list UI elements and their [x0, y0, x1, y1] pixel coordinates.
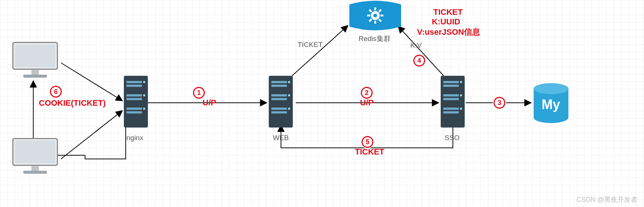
redis-info-1: TICKET	[433, 7, 462, 17]
redis-info-3: V:userJSON信息	[417, 27, 480, 38]
svg-line-0	[61, 63, 122, 101]
badge-4: 4	[413, 55, 425, 67]
badge-6: 6	[50, 86, 62, 98]
svg-rect-40	[443, 108, 459, 110]
svg-rect-19	[126, 98, 142, 100]
nginx-server-icon	[122, 76, 150, 133]
badge-2: 2	[361, 87, 373, 99]
svg-point-33	[288, 94, 290, 96]
svg-rect-29	[271, 98, 287, 100]
svg-point-22	[143, 81, 145, 83]
svg-rect-26	[271, 81, 287, 83]
svg-rect-10	[23, 75, 47, 78]
svg-rect-9	[31, 69, 39, 75]
ticket-redis-label: TICKET	[298, 41, 323, 49]
badge-3: 3	[494, 97, 505, 109]
svg-point-24	[143, 108, 145, 110]
redis-cluster-icon	[348, 0, 403, 35]
svg-rect-14	[23, 171, 47, 174]
badge-5: 5	[362, 136, 373, 148]
svg-rect-30	[271, 108, 287, 110]
svg-point-58	[534, 83, 569, 94]
svg-rect-37	[443, 85, 459, 87]
svg-rect-12	[14, 140, 56, 164]
svg-rect-16	[126, 81, 142, 83]
svg-rect-15	[124, 76, 148, 128]
sso-label: SSO	[445, 134, 460, 142]
badge-1: 1	[193, 87, 205, 99]
svg-rect-35	[441, 76, 465, 128]
svg-rect-20	[126, 108, 142, 110]
mysql-text: My	[542, 97, 560, 112]
svg-line-6	[292, 26, 348, 76]
svg-rect-38	[443, 94, 459, 96]
svg-point-44	[460, 108, 462, 110]
svg-rect-31	[271, 111, 287, 113]
client-bottom-icon	[9, 137, 61, 179]
svg-point-43	[460, 94, 462, 96]
svg-rect-27	[271, 85, 287, 87]
edge-1-label: U/P	[203, 98, 216, 108]
svg-rect-28	[271, 94, 287, 96]
svg-rect-13	[31, 166, 39, 171]
svg-rect-8	[14, 44, 56, 68]
edge-2-label: U/P	[360, 98, 374, 108]
svg-rect-18	[126, 94, 142, 96]
web-server-icon	[267, 76, 295, 133]
svg-point-32	[288, 81, 290, 83]
svg-rect-41	[443, 111, 459, 113]
svg-rect-36	[443, 81, 459, 83]
client-top-icon	[9, 41, 61, 83]
svg-rect-25	[269, 76, 293, 128]
svg-point-34	[288, 108, 290, 110]
svg-point-54	[373, 14, 377, 17]
edge-5-label: TICKET	[355, 147, 384, 157]
svg-rect-21	[126, 111, 142, 113]
svg-rect-39	[443, 98, 459, 100]
sso-server-icon	[439, 76, 467, 133]
redis-label: Redis集群	[359, 34, 391, 44]
edge-4-label: K:V	[410, 41, 422, 50]
svg-point-23	[143, 94, 145, 96]
edge-6-label: COOKIE(TICKET)	[39, 98, 106, 108]
watermark: CSDN @黑夜开发者	[577, 195, 637, 204]
nginx-label: nginx	[126, 134, 143, 142]
svg-point-57	[534, 112, 569, 123]
web-label: WEB	[273, 134, 289, 142]
mysql-db-icon: My	[532, 83, 570, 125]
svg-rect-17	[126, 85, 142, 87]
svg-point-42	[460, 81, 462, 83]
redis-info-2: K:UUID	[432, 17, 460, 27]
svg-line-1	[61, 111, 122, 159]
